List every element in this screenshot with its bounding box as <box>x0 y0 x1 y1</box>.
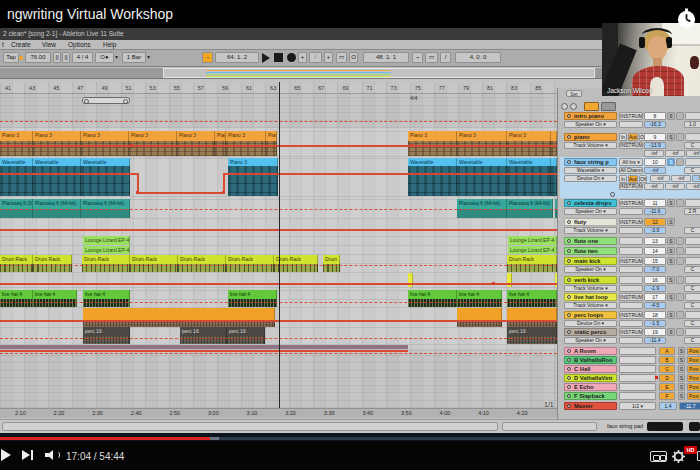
clip-body-live-hat[interactable] <box>33 299 77 307</box>
solo-button[interactable]: S <box>667 247 675 255</box>
clip-drum-rack[interactable]: Drum Rack <box>226 255 274 264</box>
clip-body-live-hat[interactable] <box>0 299 33 307</box>
clip-body-wavetable[interactable] <box>33 166 81 196</box>
progress-bar[interactable] <box>0 433 700 441</box>
track-header-fluty[interactable]: fluty <box>564 218 617 226</box>
meter-value[interactable]: -inf <box>644 150 664 157</box>
return-post[interactable]: Post <box>687 392 700 400</box>
track-activator[interactable] <box>567 259 571 263</box>
clip-body-piano[interactable] <box>226 141 266 156</box>
track-activator-speaker[interactable] <box>676 257 684 265</box>
return-blank[interactable] <box>619 356 656 364</box>
track-activator[interactable] <box>567 404 571 408</box>
transport-control-13[interactable]: + <box>324 52 333 63</box>
meter-value[interactable]: -inf <box>686 183 700 190</box>
clip-body-pianoteq[interactable] <box>81 209 130 218</box>
routing-chooser[interactable]: Device On ▾ <box>564 320 617 327</box>
blank-box[interactable] <box>619 121 643 128</box>
clip-perc-loops-strip[interactable] <box>457 308 502 320</box>
extra-display[interactable] <box>685 247 700 255</box>
send-display[interactable]: 13 <box>644 237 666 245</box>
meter-value[interactable]: -inf <box>671 175 691 182</box>
clip-wavetable[interactable]: Wavetable <box>507 158 551 166</box>
volume-display[interactable]: -3.9 <box>644 227 666 234</box>
track-header-verb-kick[interactable]: verb kick <box>564 276 617 284</box>
clip-piano[interactable]: Piano 3 <box>266 131 277 141</box>
device-chooser-empty[interactable] <box>619 237 643 245</box>
monitor-in[interactable]: In <box>619 133 627 141</box>
clip-drum-rack[interactable]: Drum <box>323 255 340 264</box>
return-send[interactable]: C <box>659 365 675 373</box>
monitor-off[interactable]: Off <box>639 175 647 183</box>
meter-value[interactable]: -inf <box>650 175 670 182</box>
pan-display[interactable]: 1.0 <box>684 121 700 128</box>
pan-display[interactable]: C <box>684 167 700 174</box>
volume-button[interactable] <box>45 450 59 460</box>
track-activator[interactable] <box>567 367 571 371</box>
solo-button[interactable]: S <box>667 133 675 141</box>
transport-control-19[interactable]: / <box>440 52 451 63</box>
sidebar-circle-button-1[interactable] <box>561 103 568 110</box>
clip-pianoteq[interactable]: Pianoteq 6 (64-bit) <box>457 199 507 209</box>
solo-button[interactable]: S <box>667 199 675 207</box>
meter-value[interactable]: -5.3 <box>692 175 700 182</box>
track-header-perc-loops[interactable]: perc loops <box>564 311 617 319</box>
pan-display[interactable]: C <box>684 266 700 273</box>
clip-body-wavetable[interactable] <box>81 166 130 196</box>
track-header-master[interactable]: Master <box>564 402 617 410</box>
track-activator[interactable] <box>567 313 571 317</box>
track-activator-speaker[interactable] <box>676 133 684 141</box>
clip-wavetable[interactable]: Wavetable <box>457 158 507 166</box>
clock-timer-icon[interactable] <box>676 8 697 29</box>
solo-button[interactable]: S <box>667 112 675 120</box>
send-display[interactable]: 8 <box>644 112 666 120</box>
clip-drum-rack[interactable]: Drum Rack <box>274 255 318 264</box>
extra-display[interactable] <box>685 257 700 265</box>
track-header-piano[interactable]: piano <box>564 133 617 141</box>
clip-live-hat[interactable]: live hat 4 <box>408 290 457 299</box>
automation-node[interactable] <box>492 282 495 285</box>
clip-perc-16[interactable]: perc 16 <box>507 327 557 336</box>
routing-chooser-3[interactable]: Device On ▾ <box>564 175 617 182</box>
track-activator-speaker[interactable] <box>676 158 684 166</box>
track-activator[interactable] <box>567 330 571 334</box>
track-header-D-ValhallaVint[interactable]: D ValhallaVint <box>564 374 617 382</box>
sidebar-circle-button-2[interactable] <box>570 103 577 110</box>
clip-body-wavetable[interactable] <box>228 166 278 196</box>
automation-node[interactable] <box>410 144 413 147</box>
clip-lounge-lizard-2[interactable]: Lounge Lizard EP-4 <box>508 246 557 254</box>
volume-display[interactable]: -inf <box>644 167 666 174</box>
track-activator[interactable] <box>567 160 571 164</box>
clip-live-hat[interactable]: live hat 4 <box>0 290 33 299</box>
track-activator[interactable] <box>567 135 571 139</box>
transport-control-5[interactable]: O● <box>95 52 114 63</box>
play-transport-button[interactable] <box>262 53 270 63</box>
blank-box[interactable] <box>619 320 643 327</box>
send-display[interactable]: 16 <box>644 276 666 284</box>
clip-pianoteq[interactable]: Pianoteq 6 (64-bit) <box>33 199 81 209</box>
menu-item-options[interactable]: Options <box>68 41 90 48</box>
extra-display[interactable] <box>685 112 700 120</box>
send-display[interactable]: 12 <box>644 218 666 226</box>
menu-item-help[interactable]: Help <box>103 41 116 48</box>
send-display[interactable]: 17 <box>644 293 666 301</box>
transport-control-18[interactable]: ▭ <box>425 52 438 63</box>
return-solo[interactable]: S <box>678 365 685 373</box>
solo-button[interactable]: S <box>667 311 675 319</box>
extra-display[interactable] <box>685 276 700 284</box>
blank-box[interactable] <box>619 337 643 344</box>
overview-viewport[interactable] <box>163 68 595 78</box>
track-header-static-percs[interactable]: static percs <box>564 328 617 336</box>
clip-body-wavetable[interactable] <box>507 166 551 196</box>
blank-box[interactable] <box>619 302 643 309</box>
routing-chooser[interactable]: Wavetable ▾ <box>564 167 617 174</box>
track-activator-speaker[interactable] <box>676 276 684 284</box>
transport-control-4[interactable]: 4 / 4 <box>72 52 93 63</box>
routing-chooser[interactable]: Speaker On ▾ <box>564 208 617 215</box>
volume-display[interactable]: -16.3 <box>644 121 666 128</box>
menu-item-t[interactable]: t <box>2 41 4 48</box>
transport-control-20[interactable]: 4. 0. 0 <box>455 52 501 63</box>
volume-display[interactable]: -1.5 <box>644 320 666 327</box>
clip-live-hat[interactable]: live hat 4 <box>228 290 277 299</box>
clip-piano[interactable]: Piano 3 <box>81 131 129 141</box>
